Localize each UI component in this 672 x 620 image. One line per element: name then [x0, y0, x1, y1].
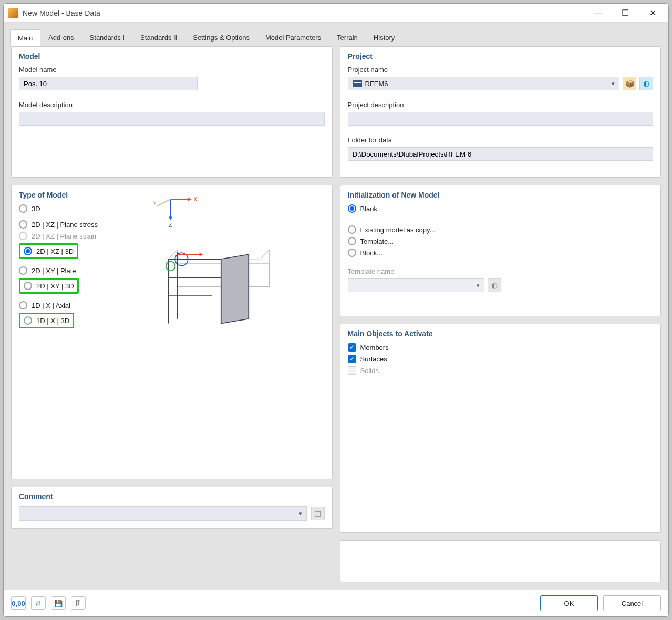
titlebar: New Model - Base Data ― ☐ ✕	[4, 4, 668, 23]
svg-line-6	[157, 199, 170, 206]
database-button[interactable]: 🗄	[71, 596, 86, 610]
checkbox-members[interactable]: ✓ Members	[348, 343, 654, 352]
model-panel-title: Model	[19, 52, 325, 60]
empty-panel	[340, 540, 661, 582]
radio-2d-xz-3d[interactable]: 2D | XZ | 3D	[24, 247, 74, 255]
comment-title: Comment	[19, 492, 325, 501]
initialization-panel: Initialization of New Model Blank Existi…	[340, 185, 661, 316]
chevron-down-icon: ▾	[299, 510, 302, 517]
svg-line-10	[168, 250, 178, 260]
radio-init-template[interactable]: Template...	[348, 237, 654, 245]
tab-history[interactable]: History	[366, 29, 402, 46]
model-panel: Model Model name Model description	[11, 46, 333, 178]
cancel-button[interactable]: Cancel	[603, 595, 661, 611]
tab-addons[interactable]: Add-ons	[40, 29, 81, 46]
units-button[interactable]: 0,00	[11, 596, 26, 610]
svg-line-11	[260, 250, 270, 260]
template-name-label: Template name	[348, 267, 654, 275]
project-desc-input[interactable]	[348, 112, 654, 126]
objects-panel-title: Main Objects to Activate	[348, 329, 654, 338]
model-name-label: Model name	[19, 66, 325, 74]
model-name-input[interactable]	[19, 77, 198, 90]
footer: 0,00 ⎙ 💾 🗄 OK Cancel	[4, 590, 668, 616]
radio-init-existing[interactable]: Existing model as copy...	[348, 225, 654, 234]
save-button-2[interactable]: 💾	[51, 596, 66, 610]
tab-terrain[interactable]: Terrain	[329, 29, 366, 46]
chevron-down-icon: ▾	[612, 80, 615, 87]
comment-select[interactable]: ▾	[19, 506, 307, 521]
window-title: New Model - Base Data	[23, 9, 100, 17]
close-button[interactable]: ✕	[645, 8, 660, 18]
model-desc-label: Model description	[19, 101, 325, 109]
svg-text:Z: Z	[169, 222, 172, 228]
ok-button[interactable]: OK	[540, 595, 598, 611]
svg-text:X: X	[193, 196, 197, 202]
radio-1d-x-3d[interactable]: 1D | X | 3D	[24, 316, 69, 325]
app-icon	[8, 8, 18, 18]
tab-main[interactable]: Main	[10, 29, 40, 46]
template-browse-button: ◐	[488, 278, 501, 292]
project-icon	[353, 80, 362, 87]
svg-text:Y: Y	[153, 200, 157, 206]
folder-label: Folder for data	[348, 136, 654, 144]
tab-standards-2[interactable]: Standards II	[132, 29, 185, 46]
model-preview-icon: X Z Y	[143, 185, 290, 333]
checkbox-surfaces[interactable]: ✓ Surfaces	[348, 355, 654, 363]
svg-marker-1	[188, 198, 191, 201]
svg-marker-19	[221, 254, 249, 323]
project-cloud-button[interactable]: ◐	[639, 77, 653, 90]
init-panel-title: Initialization of New Model	[348, 191, 654, 199]
maximize-button[interactable]: ☐	[618, 8, 633, 18]
tab-settings-options[interactable]: Settings & Options	[185, 29, 257, 46]
project-manager-button[interactable]: 📦	[623, 77, 636, 90]
radio-init-blank[interactable]: Blank	[348, 204, 654, 213]
project-desc-label: Project description	[348, 101, 654, 109]
comment-panel: Comment ▾ ▥	[11, 487, 333, 529]
save-button-1[interactable]: ⎙	[31, 596, 46, 610]
svg-marker-21	[200, 253, 203, 256]
model-desc-input[interactable]	[19, 112, 325, 126]
minimize-button[interactable]: ―	[591, 8, 605, 18]
project-panel: Project Project name RFEM6 ▾ 📦 ◐ Project…	[340, 46, 661, 178]
type-of-model-panel: Type of Model 3D 2D | XZ | Plane stress …	[11, 185, 333, 479]
template-select: ▾	[348, 278, 484, 292]
svg-marker-4	[169, 217, 172, 220]
tab-standards-1[interactable]: Standards I	[82, 29, 133, 46]
radio-init-block[interactable]: Block...	[348, 249, 654, 257]
folder-input[interactable]	[348, 147, 654, 161]
tabbar: Main Add-ons Standards I Standards II Se…	[4, 23, 668, 46]
checkbox-solids: Solids	[348, 366, 654, 375]
main-objects-panel: Main Objects to Activate ✓ Members ✓ Sur…	[340, 324, 661, 533]
tab-model-parameters[interactable]: Model Parameters	[257, 29, 329, 46]
project-name-select[interactable]: RFEM6 ▾	[348, 77, 620, 90]
project-panel-title: Project	[348, 52, 654, 60]
project-name-label: Project name	[348, 66, 654, 74]
radio-2d-xy-3d[interactable]: 2D | XY | 3D	[24, 282, 74, 290]
comment-library-button[interactable]: ▥	[311, 507, 325, 520]
chevron-down-icon: ▾	[477, 282, 480, 289]
